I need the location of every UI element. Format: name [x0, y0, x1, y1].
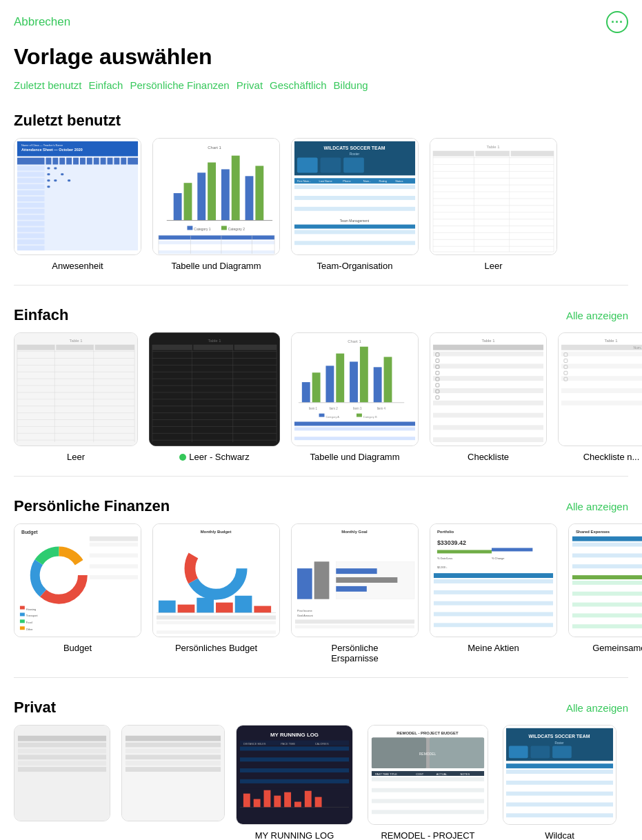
- show-all-finance-button[interactable]: Alle anzeigen: [566, 501, 628, 512]
- tab-education[interactable]: Bildung: [334, 77, 375, 94]
- template-personal-savings[interactable]: Monthly Goal Post Income Goal Amount: [291, 523, 419, 663]
- template-thumb-checkliste2: Table 1: [558, 332, 642, 446]
- svg-rect-94: [475, 151, 509, 157]
- svg-rect-388: [506, 775, 613, 779]
- svg-rect-281: [295, 619, 414, 623]
- tab-business[interactable]: Geschäftlich: [270, 77, 334, 94]
- svg-text:Table 1: Table 1: [481, 339, 494, 343]
- svg-rect-354: [274, 796, 281, 808]
- svg-rect-301: [434, 623, 553, 627]
- svg-rect-276: [336, 568, 377, 574]
- svg-text:WILDCATS SOCCER TEAM: WILDCATS SOCCER TEAM: [324, 146, 385, 150]
- svg-text:REMODEL - PROJECT BUDGET: REMODEL - PROJECT BUDGET: [397, 731, 459, 735]
- svg-rect-325: [18, 743, 106, 748]
- tab-personal-finance[interactable]: Persönliche Finanzen: [130, 77, 236, 94]
- svg-rect-326: [18, 749, 106, 754]
- svg-rect-13: [94, 158, 99, 165]
- svg-rect-315: [572, 592, 642, 596]
- svg-text:Num...: Num...: [363, 179, 372, 183]
- svg-rect-364: [430, 738, 484, 768]
- svg-rect-181: [294, 427, 415, 430]
- template-leer-simple[interactable]: Table 1: [14, 332, 138, 462]
- template-private2[interactable]: [121, 725, 225, 840]
- template-wildcat[interactable]: WILDCATS SOCCER TEAM Roster: [503, 725, 616, 840]
- tab-private[interactable]: Privat: [237, 77, 270, 94]
- svg-rect-313: [572, 581, 642, 585]
- svg-rect-142: [234, 345, 277, 350]
- svg-rect-376: [372, 805, 484, 809]
- section-personal-finance: Persönliche Finanzen Alle anzeigen Budge…: [0, 490, 642, 677]
- template-thumb-private2: [121, 725, 225, 821]
- template-checkliste[interactable]: Table 1: [430, 332, 547, 462]
- template-label-anwesenheit: Anwesenheit: [52, 261, 103, 271]
- svg-rect-45: [197, 172, 205, 220]
- svg-text:PAST TIME TITLE: PAST TIME TITLE: [375, 772, 397, 776]
- svg-rect-375: [372, 799, 484, 803]
- template-anwesenheit[interactable]: Name of Class — Teacher's Name Attendanc…: [14, 138, 141, 271]
- svg-rect-318: [572, 608, 642, 612]
- svg-rect-307: [572, 548, 642, 552]
- template-budget[interactable]: Budget Housing Transport Food Other: [14, 523, 141, 663]
- template-leer-recent[interactable]: Table 1: [430, 138, 557, 271]
- svg-rect-23: [17, 190, 45, 195]
- svg-rect-6: [46, 158, 52, 165]
- svg-rect-202: [433, 437, 543, 442]
- svg-rect-390: [506, 786, 613, 790]
- svg-text:Category 1: Category 1: [194, 228, 210, 231]
- show-all-simple-button[interactable]: Alle anzeigen: [566, 310, 628, 321]
- svg-rect-249: [90, 553, 138, 557]
- template-table-chart-2[interactable]: Chart 1 Item 1 Item 2 Item 3 Item 4 Cate: [291, 332, 419, 462]
- template-thumb-private1: [14, 725, 110, 821]
- svg-rect-219: [561, 382, 642, 387]
- svg-rect-47: [221, 169, 230, 220]
- svg-text:Table 1: Table 1: [208, 339, 221, 343]
- template-label-shared-expenses: Gemeinsame A...: [592, 643, 642, 653]
- svg-text:Chart 1: Chart 1: [348, 339, 361, 343]
- divider-1: [14, 285, 628, 286]
- template-running-log[interactable]: MY RUNNING LOG DISTANCE MILES PACE TIME …: [236, 725, 353, 840]
- svg-rect-194: [433, 388, 543, 393]
- svg-rect-346: [240, 763, 349, 767]
- template-shared-expenses[interactable]: Shared Expenses: [568, 523, 642, 663]
- tab-simple[interactable]: Einfach: [88, 77, 130, 94]
- svg-rect-309: [572, 559, 642, 563]
- svg-text:COST: COST: [416, 772, 424, 776]
- template-leer-schwarz[interactable]: Table 1: [149, 332, 280, 462]
- more-options-button[interactable]: ···: [606, 11, 628, 33]
- svg-rect-274: [314, 561, 330, 599]
- svg-rect-20: [17, 172, 45, 177]
- svg-rect-247: [90, 543, 138, 547]
- svg-rect-306: [572, 543, 642, 547]
- section-title-private: Privat: [14, 699, 56, 717]
- svg-rect-82: [294, 201, 415, 206]
- svg-rect-7: [52, 158, 58, 165]
- svg-rect-70: [321, 158, 341, 173]
- template-team-org[interactable]: WILDCATS SOCCER TEAM Roster First Nam...…: [291, 138, 419, 271]
- template-label-wildcat: Wildcat: [545, 830, 574, 840]
- template-my-stocks[interactable]: Portfolio $33039.42 % Gain/Loss % Change…: [430, 523, 557, 663]
- template-thumb-checkliste: Table 1: [430, 332, 547, 446]
- svg-rect-278: [336, 586, 367, 592]
- divider-3: [14, 677, 628, 678]
- section-header-personal-finance: Persönliche Finanzen Alle anzeigen: [0, 490, 642, 523]
- svg-rect-294: [434, 585, 553, 589]
- svg-rect-317: [572, 603, 642, 607]
- show-all-private-button[interactable]: Alle anzeigen: [566, 702, 628, 714]
- svg-rect-385: [552, 746, 572, 759]
- template-private1[interactable]: [14, 725, 110, 840]
- svg-rect-223: [561, 407, 642, 412]
- svg-rect-268: [157, 621, 276, 624]
- svg-point-259: [199, 552, 232, 584]
- finance-templates-row: Budget Housing Transport Food Other: [0, 523, 642, 663]
- template-remodel-budget[interactable]: REMODEL - PROJECT BUDGET REMODEL PAST TI…: [364, 725, 492, 840]
- tab-recently-used[interactable]: Zuletzt benutzt: [14, 77, 88, 94]
- template-personal-budget[interactable]: Monthly Budget: [152, 523, 280, 663]
- svg-rect-394: [506, 808, 613, 812]
- svg-rect-89: [294, 241, 415, 245]
- template-table-chart[interactable]: Chart 1 Category 1 Categor: [152, 138, 280, 271]
- cancel-button[interactable]: Abbrechen: [14, 15, 70, 29]
- template-checkliste2[interactable]: Table 1: [558, 332, 642, 462]
- template-label-checkliste2: Checkliste n...: [583, 452, 640, 462]
- svg-rect-310: [572, 564, 642, 568]
- svg-rect-287: [437, 550, 492, 553]
